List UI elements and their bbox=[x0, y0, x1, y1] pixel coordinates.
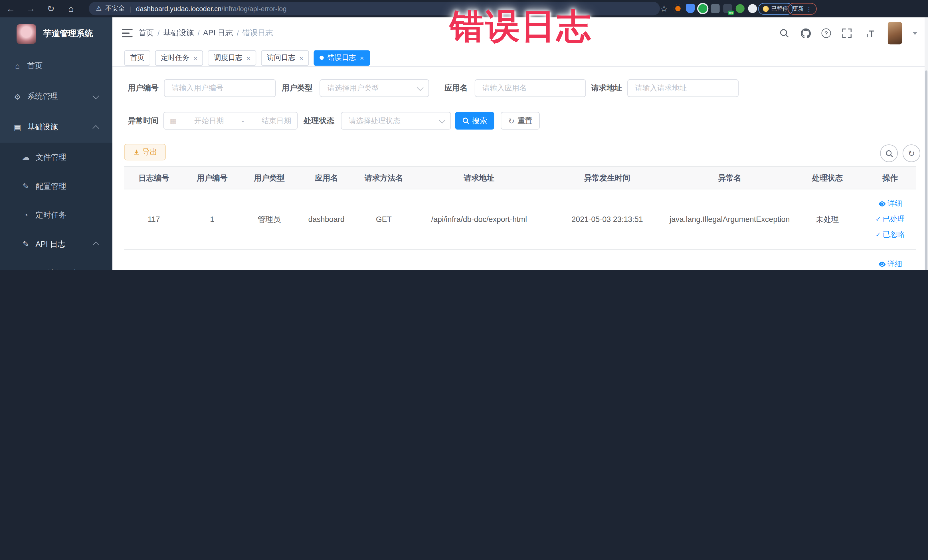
request-url-input[interactable] bbox=[627, 79, 739, 97]
column-header-日志编号: 日志编号 bbox=[124, 172, 183, 183]
user-type-select[interactable]: 请选择用户类型 bbox=[319, 79, 429, 97]
table-header-row: 日志编号用户编号用户类型应用名请求方法名请求地址异常发生时间异常名处理状态操作 bbox=[124, 166, 916, 189]
breadcrumb-item: 错误日志 bbox=[242, 28, 273, 38]
filter-exception-time: 异常时间 ▦ 开始日期 - 结束日期 bbox=[121, 112, 298, 130]
url-path: /infra/log/api-error-log bbox=[221, 5, 286, 12]
sidebar-item-系统管理[interactable]: ⚙系统管理 bbox=[0, 81, 112, 112]
tab-close-icon[interactable]: × bbox=[299, 54, 303, 61]
sidebar-item-配置管理[interactable]: ✎配置管理 bbox=[0, 172, 112, 201]
help-icon[interactable]: ? bbox=[821, 29, 831, 38]
extension-sprout[interactable] bbox=[736, 4, 745, 13]
date-range-picker[interactable]: ▦ 开始日期 - 结束日期 bbox=[163, 112, 298, 130]
detail-link[interactable]: 详细 bbox=[878, 199, 902, 209]
tag-tab-首页[interactable]: 首页 bbox=[124, 50, 150, 65]
font-size-icon[interactable]: TT bbox=[863, 28, 877, 38]
filter-process-status: 处理状态 请选择处理状态 bbox=[298, 112, 451, 130]
ignored-link[interactable]: ✓已忽略 bbox=[876, 230, 905, 240]
sidebar-item-定时任务[interactable]: ◔定时任务 bbox=[0, 201, 112, 230]
browser-back-button[interactable]: ← bbox=[2, 0, 19, 17]
column-header-异常发生时间: 异常发生时间 bbox=[546, 172, 669, 183]
browser-update-badge[interactable]: 更新 ⋮ bbox=[788, 3, 817, 15]
kebab-menu-icon[interactable]: ⋮ bbox=[806, 6, 812, 12]
reset-button[interactable]: ↻ 重置 bbox=[501, 112, 540, 130]
table-row-log-116: 1161管理员dashboardGET/api/infra/db-doc/exp… bbox=[124, 250, 916, 270]
app-title: 芋道管理系统 bbox=[43, 29, 93, 39]
extension-grid[interactable] bbox=[711, 4, 720, 13]
chevron-down-icon bbox=[439, 116, 445, 123]
refresh-icon: ↻ bbox=[508, 116, 514, 125]
download-icon bbox=[133, 149, 139, 156]
extension-green-circle[interactable] bbox=[698, 4, 707, 13]
edit-icon: ✎ bbox=[21, 240, 30, 249]
sidebar-item-文件管理[interactable]: ☁文件管理 bbox=[0, 143, 112, 172]
security-warning-icon: ⚠ bbox=[96, 5, 102, 12]
column-header-处理状态: 处理状态 bbox=[791, 172, 864, 183]
sidebar-item-基础设施[interactable]: ▤基础设施 bbox=[0, 112, 112, 143]
process-status-label: 处理状态 bbox=[298, 116, 334, 126]
column-header-用户类型: 用户类型 bbox=[241, 172, 298, 183]
chevron-down-icon[interactable] bbox=[913, 32, 917, 35]
github-icon[interactable] bbox=[800, 28, 811, 38]
breadcrumb-item[interactable]: 首页 bbox=[138, 28, 154, 38]
bookmark-star-icon[interactable]: ☆ bbox=[656, 0, 672, 17]
extension-puzzle[interactable] bbox=[748, 4, 757, 13]
extension-list[interactable]: on bbox=[723, 4, 732, 13]
extension-toolbar: on bbox=[673, 0, 757, 17]
browser-forward-button[interactable]: → bbox=[23, 0, 39, 17]
tag-tab-访问日志[interactable]: 访问日志× bbox=[261, 50, 309, 65]
address-bar[interactable]: ⚠ 不安全 | dashboard.yudao.iocoder.cn/infra… bbox=[89, 2, 660, 15]
sidebar-menu: ⌂首页⚙系统管理▤基础设施☁文件管理✎配置管理◔定时任务✎API 日志✎访问日志… bbox=[0, 50, 112, 270]
browser-home-button[interactable]: ⌂ bbox=[63, 0, 79, 17]
sidebar-item-label: 基础设施 bbox=[27, 122, 58, 132]
breadcrumb-item[interactable]: 基础设施 bbox=[163, 28, 194, 38]
column-header-请求方法名: 请求方法名 bbox=[355, 172, 412, 183]
edit-icon: ✎ bbox=[34, 269, 43, 270]
cell-exception: java.lang.IllegalArgumentException bbox=[669, 215, 791, 224]
sidebar-toggle-icon[interactable] bbox=[122, 29, 132, 37]
extension-orange-ring[interactable] bbox=[673, 4, 682, 13]
action-label: 已处理 bbox=[883, 214, 905, 224]
cell-url: /api/infra/db-doc/export-html bbox=[412, 215, 546, 224]
exception-time-label: 异常时间 bbox=[121, 116, 159, 126]
chevron-up-icon bbox=[92, 242, 99, 248]
fullscreen-icon[interactable] bbox=[841, 28, 852, 38]
security-label: 不安全 bbox=[105, 4, 125, 13]
action-label: 详细 bbox=[887, 199, 902, 209]
app-name-label: 应用名 bbox=[436, 83, 467, 93]
refresh-table-button[interactable]: ↻ bbox=[903, 144, 920, 162]
search-button[interactable]: 搜索 bbox=[455, 112, 494, 130]
calendar-icon: ▦ bbox=[170, 117, 177, 125]
tag-tab-调度日志[interactable]: 调度日志× bbox=[208, 50, 256, 65]
extension-blue-shield[interactable] bbox=[686, 4, 694, 13]
avatar[interactable] bbox=[888, 22, 902, 44]
toggle-search-button[interactable] bbox=[880, 144, 898, 162]
cloud-icon: ☁ bbox=[21, 153, 30, 162]
tag-tab-错误日志[interactable]: 错误日志× bbox=[314, 50, 370, 65]
process-status-select[interactable]: 请选择处理状态 bbox=[341, 112, 451, 130]
user-type-label: 用户类型 bbox=[277, 83, 312, 93]
export-button[interactable]: 导出 bbox=[124, 144, 166, 160]
user-id-input[interactable] bbox=[164, 79, 276, 97]
sidebar-item-首页[interactable]: ⌂首页 bbox=[0, 50, 112, 81]
search-icon bbox=[462, 117, 469, 124]
sidebar-item-访问日志[interactable]: ✎访问日志 bbox=[0, 259, 112, 270]
processed-link[interactable]: ✓已处理 bbox=[876, 214, 905, 224]
app-frame: 芋道管理系统 ⌂首页⚙系统管理▤基础设施☁文件管理✎配置管理◔定时任务✎API … bbox=[0, 17, 928, 270]
timer-icon: ◔ bbox=[21, 211, 30, 220]
tab-close-icon[interactable]: × bbox=[194, 54, 197, 61]
app-logo-image bbox=[17, 24, 36, 43]
detail-link[interactable]: 详细 bbox=[878, 259, 902, 269]
vertical-scrollbar-thumb[interactable] bbox=[925, 70, 927, 270]
tab-close-icon[interactable]: × bbox=[246, 54, 250, 61]
breadcrumb-item[interactable]: API 日志 bbox=[203, 28, 233, 38]
search-icon[interactable] bbox=[779, 28, 789, 38]
tab-close-icon[interactable]: × bbox=[360, 54, 364, 61]
tag-tab-定时任务[interactable]: 定时任务× bbox=[155, 50, 203, 65]
browser-reload-button[interactable]: ↻ bbox=[43, 0, 59, 17]
app-name-input[interactable] bbox=[475, 79, 586, 97]
sidebar-item-label: 定时任务 bbox=[35, 210, 66, 220]
app-logo-row[interactable]: 芋道管理系统 bbox=[0, 17, 112, 50]
cell-user_id: 1 bbox=[183, 215, 241, 224]
sidebar-item-API-日志[interactable]: ✎API 日志 bbox=[0, 230, 112, 259]
column-header-异常名: 异常名 bbox=[669, 172, 791, 183]
